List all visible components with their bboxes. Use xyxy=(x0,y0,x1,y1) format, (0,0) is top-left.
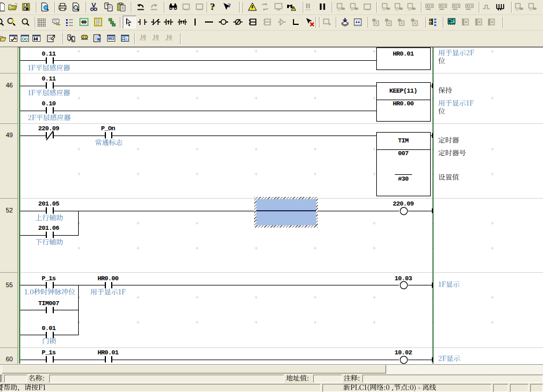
svg-text:10: 10 xyxy=(140,34,146,40)
svg-text:?: ? xyxy=(210,2,215,12)
svg-text:?: ? xyxy=(228,2,231,9)
svg-text:02: 02 xyxy=(126,39,129,42)
svg-text:10: 10 xyxy=(153,34,159,40)
svg-text:16: 16 xyxy=(166,34,172,40)
